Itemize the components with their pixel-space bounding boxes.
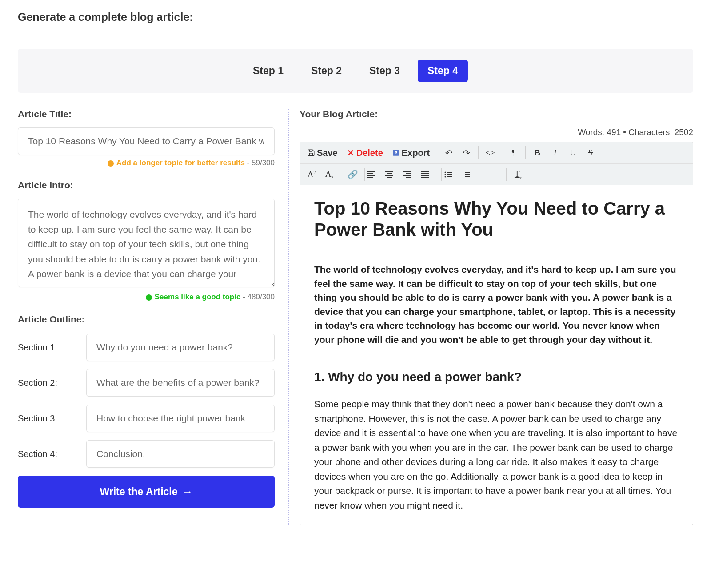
clear-format-icon: Tx (515, 169, 522, 179)
step-tab-1[interactable]: Step 1 (243, 60, 293, 82)
paragraph-button[interactable]: ¶ (505, 144, 523, 161)
code-view-button[interactable]: <> (481, 144, 499, 161)
superscript-icon: A2 (308, 170, 316, 179)
horizontal-rule-icon: — (491, 170, 499, 179)
article-lead: The world of technology evolves everyday… (314, 262, 679, 346)
article-title-label: Article Title: (18, 109, 275, 119)
unordered-list-icon (444, 171, 452, 178)
clear-format-button[interactable]: Tx (509, 166, 527, 183)
toolbar-separator (525, 146, 526, 159)
chars-value: 2502 (675, 127, 693, 137)
bold-button[interactable]: B (528, 144, 546, 161)
intro-hint-text: Seems like a good topic (155, 293, 241, 301)
ordered-list-icon (462, 171, 470, 178)
svg-point-20 (445, 174, 446, 175)
undo-button[interactable]: ↶ (440, 144, 458, 162)
undo-icon: ↶ (445, 148, 452, 158)
delete-button[interactable]: Delete (342, 144, 387, 162)
stats-sep: • (621, 127, 628, 137)
link-button[interactable]: 🔗 (344, 166, 362, 183)
align-right-icon (403, 171, 411, 178)
svg-point-19 (445, 171, 446, 173)
step-tab-3[interactable]: Step 3 (359, 60, 410, 82)
section-1-label: Section 1: (18, 342, 76, 353)
section-4-input[interactable] (86, 440, 275, 468)
left-panel: Article Title: Add a longer topic for be… (18, 109, 289, 525)
warning-dot-icon (108, 160, 114, 167)
export-icon (392, 149, 400, 157)
align-left-icon (367, 171, 375, 178)
toolbar-separator (364, 168, 365, 181)
section-2-input[interactable] (86, 369, 275, 397)
toolbar-separator (506, 168, 507, 181)
redo-button[interactable]: ↷ (458, 144, 475, 162)
article-h2: 1. Why do you need a power bank? (314, 368, 679, 386)
toolbar-separator (483, 168, 483, 181)
strikethrough-button[interactable]: S (582, 144, 599, 161)
title-hint-count: - 59/300 (245, 159, 275, 167)
divider (0, 36, 711, 36)
intro-hint-count: - 480/300 (240, 293, 275, 301)
align-left-button[interactable] (367, 168, 385, 181)
code-icon: <> (485, 148, 495, 157)
title-hint-text: Add a longer topic for better results (116, 159, 245, 167)
close-icon (347, 149, 355, 157)
article-content[interactable]: Top 10 Reasons Why You Need to Carry a P… (300, 185, 693, 525)
step-tab-2[interactable]: Step 2 (301, 60, 352, 82)
export-label: Export (402, 148, 430, 158)
step-tab-4[interactable]: Step 4 (418, 60, 468, 82)
section-3-input[interactable] (86, 405, 275, 432)
delete-label: Delete (356, 148, 383, 158)
intro-hint: Seems like a good topic - 480/300 (18, 293, 275, 302)
words-label: Words: (578, 127, 607, 137)
toolbar-separator (478, 146, 479, 159)
section-1-input[interactable] (86, 334, 275, 361)
align-right-button[interactable] (403, 168, 421, 181)
article-title-input[interactable] (18, 127, 275, 155)
words-value: 491 (607, 127, 621, 137)
article-intro-label: Article Intro: (18, 180, 275, 191)
your-blog-article-label: Your Blog Article: (300, 109, 693, 119)
write-article-button[interactable]: Write the Article → (18, 476, 275, 508)
page-title: Generate a complete blog article: (18, 0, 693, 36)
stats-row: Words: 491 • Characters: 2502 (300, 127, 693, 137)
chars-label: Characters: (628, 127, 674, 137)
article-h1: Top 10 Reasons Why You Need to Carry a P… (314, 198, 679, 240)
save-label: Save (317, 148, 338, 158)
italic-button[interactable]: I (546, 144, 564, 161)
save-button[interactable]: Save (303, 144, 342, 162)
article-outline-label: Article Outline: (18, 314, 275, 325)
align-justify-icon (421, 171, 429, 178)
align-center-icon (385, 171, 393, 178)
horizontal-rule-button[interactable]: — (486, 166, 503, 183)
write-article-label: Write the Article (100, 486, 177, 498)
redo-icon: ↷ (463, 148, 470, 158)
export-button[interactable]: Export (387, 144, 434, 162)
title-hint: Add a longer topic for better results - … (18, 159, 275, 167)
link-icon: 🔗 (348, 170, 358, 179)
section-2-label: Section 2: (18, 378, 76, 388)
arrow-right-icon: → (182, 485, 193, 498)
editor: Save Delete Export ↶ ↷ (300, 142, 693, 525)
toolbar-separator (437, 146, 437, 159)
toolbar-separator (441, 168, 442, 181)
article-intro-input[interactable] (18, 199, 275, 287)
section-4-label: Section 4: (18, 449, 76, 459)
svg-point-21 (445, 176, 446, 177)
subscript-button[interactable]: A2 (320, 166, 338, 183)
article-body: Some people may think that they don't ne… (314, 397, 679, 513)
right-panel: Your Blog Article: Words: 491 • Characte… (289, 109, 693, 525)
steps-bar: Step 1 Step 2 Step 3 Step 4 (18, 49, 693, 93)
toolbar-separator (502, 146, 502, 159)
ok-dot-icon (146, 294, 152, 301)
toolbar-separator (341, 168, 341, 181)
unordered-list-button[interactable] (444, 168, 462, 181)
paragraph-icon: ¶ (512, 148, 516, 157)
subscript-icon: A2 (325, 169, 334, 179)
align-justify-button[interactable] (421, 168, 439, 181)
ordered-list-button[interactable] (462, 168, 480, 181)
save-icon (307, 149, 315, 157)
align-center-button[interactable] (385, 168, 403, 181)
underline-button[interactable]: U (564, 144, 582, 161)
superscript-button[interactable]: A2 (303, 166, 320, 183)
